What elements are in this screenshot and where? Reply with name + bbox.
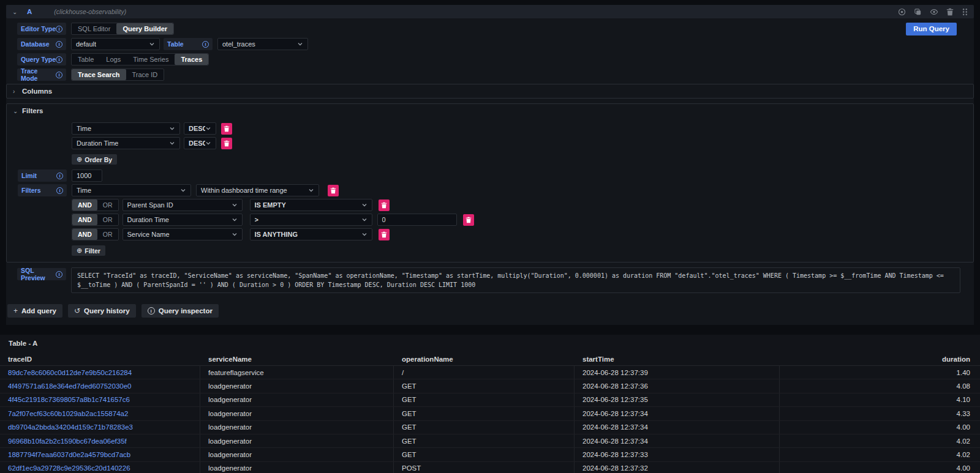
add-order-by-button[interactable]: ⊕ Order By: [72, 154, 117, 165]
duration-cell: 4.33: [780, 407, 980, 420]
limit-input[interactable]: [72, 169, 102, 182]
info-icon[interactable]: i: [56, 72, 62, 78]
order-by-direction-select[interactable]: DESC: [184, 122, 216, 135]
datasource-name: (clickhouse-observability): [54, 8, 126, 15]
trace-id-link[interactable]: db9704a2bbda34204d159c71b78283e3: [8, 423, 133, 431]
database-select[interactable]: default: [71, 38, 160, 50]
table-label: Table i: [164, 38, 213, 50]
column-header-traceid[interactable]: traceID: [0, 356, 200, 363]
hide-response-eye-icon[interactable]: [930, 8, 938, 16]
trace-id-link[interactable]: 1887794f7eaa6037d0e2a4579bcd7acb: [8, 451, 130, 458]
trace-id-link[interactable]: 89dc7e8c6060c0d12de7e9b50c216284: [8, 369, 132, 376]
radio-option-query-builder[interactable]: Query Builder: [116, 23, 173, 34]
service-name-cell: featureflagservice: [200, 366, 394, 379]
start-time-cell: 2024-06-28 12:37:35: [575, 393, 780, 406]
record-icon[interactable]: [898, 8, 906, 16]
radio-option-and[interactable]: AND: [72, 214, 97, 225]
query-type-label: Query Type i: [17, 53, 66, 65]
table-panel: Table - A traceID serviceName operationN…: [0, 335, 980, 473]
service-name-cell: loadgenerator: [200, 421, 394, 434]
query-inspector-button[interactable]: i Query inspector: [141, 304, 219, 318]
remove-filter-button[interactable]: [463, 214, 474, 226]
radio-option-trace-id[interactable]: Trace ID: [126, 69, 164, 80]
chevron-down-icon: [232, 202, 238, 208]
start-time-cell: 2024-06-28 12:37:36: [575, 379, 780, 392]
trace-mode-row: Trace Mode i Trace SearchTrace ID: [17, 69, 968, 81]
chevron-down-icon: [361, 217, 368, 223]
trace-id-link[interactable]: 7a2f07ecf63c60b1029ab2ac155874a2: [8, 410, 128, 417]
operation-name-cell: POST: [394, 462, 575, 473]
trace-id-link[interactable]: 96968b10fa2b2c1590bc67dea06ef35f: [8, 438, 127, 445]
radio-option-table[interactable]: Table: [72, 54, 100, 65]
remove-filter-button[interactable]: [379, 229, 390, 240]
radio-option-and[interactable]: AND: [72, 199, 97, 210]
info-icon[interactable]: i: [56, 26, 62, 32]
time-filter-operator-select[interactable]: Within dashboard time range: [196, 184, 319, 196]
time-filter-field-select[interactable]: Time: [72, 184, 191, 196]
remove-order-by-button[interactable]: [221, 123, 232, 135]
order-by-direction-select[interactable]: DESC: [184, 137, 216, 149]
info-icon[interactable]: i: [56, 187, 63, 194]
duration-cell: 4.02: [780, 448, 980, 461]
filter-operator-select[interactable]: >: [250, 214, 372, 226]
add-filter-button[interactable]: ⊕ Filter: [72, 245, 105, 256]
filter-operator-select[interactable]: IS ANYTHING: [250, 228, 372, 240]
drag-handle-icon[interactable]: [962, 8, 968, 16]
info-icon[interactable]: i: [56, 41, 62, 48]
remove-time-filter-button[interactable]: [328, 185, 339, 196]
service-name-cell: loadgenerator: [200, 434, 394, 447]
info-icon[interactable]: i: [56, 56, 62, 63]
radio-option-or[interactable]: OR: [97, 229, 118, 240]
sql-preview-label: SQL Preview i: [17, 268, 66, 280]
sql-preview-code: SELECT "TraceId" as traceID, "ServiceNam…: [71, 267, 960, 293]
filter-field-select[interactable]: Duration Time: [123, 214, 243, 226]
editor-type-row: Editor Type i SQL EditorQuery Builder Ru…: [17, 23, 968, 35]
trace-id-link[interactable]: 4f45c21918c73698057a8b1c741657c6: [8, 396, 130, 403]
order-by-field-select[interactable]: Duration Time: [72, 137, 180, 149]
radio-option-time-series[interactable]: Time Series: [127, 54, 175, 65]
table-header-row: traceID serviceName operationName startT…: [0, 352, 980, 366]
radio-option-or[interactable]: OR: [97, 199, 118, 210]
order-by-field-select[interactable]: Time: [72, 122, 180, 135]
collapse-query-chevron-icon[interactable]: ⌄: [12, 9, 21, 15]
chevron-down-icon: [232, 231, 238, 237]
radio-option-logs[interactable]: Logs: [100, 54, 127, 65]
filters-section-header[interactable]: ⌄ Filters: [7, 104, 973, 117]
radio-option-traces[interactable]: Traces: [175, 54, 208, 65]
add-query-button[interactable]: + Add query: [7, 304, 62, 318]
panel-title: Table - A: [0, 340, 980, 352]
trace-id-link[interactable]: 62df1ec9a29728c9e29536c20d140226: [8, 464, 130, 472]
radio-option-trace-search[interactable]: Trace Search: [72, 69, 126, 80]
start-time-cell: 2024-06-28 12:37:34: [575, 421, 780, 434]
filter-value-input[interactable]: [377, 214, 457, 226]
table-row: 4f497571a618e364ed7ded60752030e0 loadgen…: [0, 379, 980, 393]
columns-section-header[interactable]: › Columns: [7, 84, 973, 98]
plus-circle-icon: ⊕: [77, 247, 82, 255]
duplicate-query-icon[interactable]: [914, 8, 922, 16]
info-icon[interactable]: i: [202, 41, 209, 48]
filter-field-select[interactable]: Parent Span ID: [123, 199, 243, 211]
info-icon[interactable]: i: [56, 173, 63, 179]
column-header-operationname[interactable]: operationName: [394, 356, 575, 363]
radio-option-sql-editor[interactable]: SQL Editor: [72, 23, 116, 34]
radio-option-or[interactable]: OR: [97, 214, 118, 225]
limit-row: Limit i: [18, 169, 967, 182]
table-row: 89dc7e8c6060c0d12de7e9b50c216284 feature…: [0, 366, 980, 379]
columns-section: › Columns: [6, 84, 974, 99]
remove-query-trash-icon[interactable]: [946, 8, 954, 16]
table-select[interactable]: otel_traces: [217, 38, 308, 50]
column-header-duration[interactable]: duration: [780, 356, 980, 363]
table-row: 62df1ec9a29728c9e29536c20d140226 loadgen…: [0, 462, 980, 473]
run-query-button[interactable]: Run Query: [906, 23, 957, 35]
filter-operator-select[interactable]: IS EMPTY: [250, 199, 372, 211]
column-header-servicename[interactable]: serviceName: [200, 356, 394, 363]
column-header-starttime[interactable]: startTime: [575, 356, 780, 363]
remove-order-by-button[interactable]: [221, 138, 232, 149]
remove-filter-button[interactable]: [379, 199, 390, 211]
radio-option-and[interactable]: AND: [72, 229, 97, 240]
trace-id-link[interactable]: 4f497571a618e364ed7ded60752030e0: [8, 382, 131, 390]
duration-cell: 4.00: [780, 462, 980, 473]
filter-field-select[interactable]: Service Name: [123, 228, 243, 240]
query-history-button[interactable]: ↺ Query history: [68, 304, 136, 318]
info-icon[interactable]: i: [56, 271, 62, 278]
